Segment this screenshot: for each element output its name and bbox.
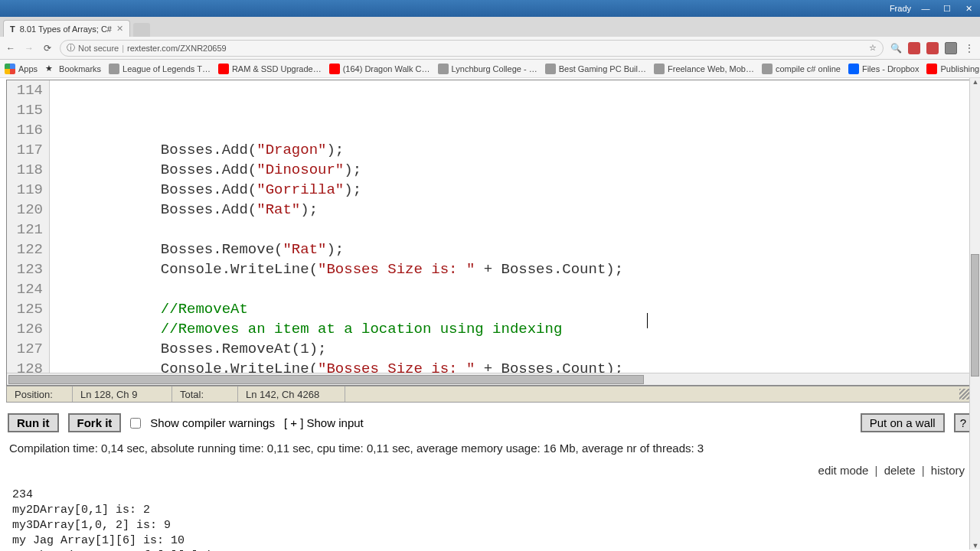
code-line[interactable]: Bosses.RemoveAt(1);: [56, 339, 973, 359]
output-line: my Jag Array[1][6] is: 10: [12, 533, 968, 549]
back-button[interactable]: ←: [5, 42, 17, 54]
code-area[interactable]: Bosses.Add("Dragon"); Bosses.Add("Dinoso…: [50, 80, 973, 373]
bookmark-label: League of Legends T…: [122, 64, 211, 73]
browser-tab[interactable]: T 8.01 Types of Arrays; C# ✕: [3, 20, 130, 37]
window-minimize-button[interactable]: —: [919, 4, 933, 13]
code-line[interactable]: //RemoveAt: [56, 299, 973, 319]
tab-title: 8.01 Types of Arrays; C#: [20, 24, 112, 34]
show-input-link[interactable]: [ + ] Show input: [284, 416, 364, 429]
fork-button[interactable]: Fork it: [68, 413, 122, 432]
bookmark-icon: ★: [45, 64, 56, 74]
bookmark-item[interactable]: Freelance Web, Mob…: [654, 64, 754, 74]
line-number: 126: [7, 319, 43, 339]
bookmark-label: Apps: [18, 64, 38, 73]
run-button[interactable]: Run it: [8, 413, 59, 432]
bookmark-icon: [438, 64, 449, 74]
url-text: rextester.com/ZXNR20659: [127, 44, 227, 53]
line-number-gutter: 1141151161171181191201211221231241251261…: [7, 80, 50, 373]
total-value: Ln 142, Ch 4268: [246, 389, 319, 400]
not-secure-icon: ⓘ: [67, 42, 75, 54]
extension-icon[interactable]: [908, 42, 920, 54]
code-line[interactable]: [56, 279, 973, 299]
compilation-stats: Compilation time: 0,14 sec, absolute run…: [0, 437, 980, 459]
bookmark-item[interactable]: RAM & SSD Upgrade…: [218, 64, 322, 74]
code-line[interactable]: //Removes an item at a location using in…: [56, 319, 973, 339]
output-line: my3DArray[1,0, 2] is: 9: [12, 518, 968, 533]
bookmark-icon: [109, 64, 119, 74]
extension-icons: 🔍 ⋮: [890, 42, 975, 54]
new-tab-button[interactable]: [133, 23, 150, 37]
address-bar[interactable]: ⓘ Not secure | rextester.com/ZXNR20659 ☆: [60, 40, 884, 57]
bookmark-icon: [654, 64, 665, 74]
position-value: Ln 128, Ch 9: [80, 389, 137, 400]
line-number: 127: [7, 339, 43, 359]
line-number: 128: [7, 359, 43, 373]
bookmark-item[interactable]: League of Legends T…: [109, 64, 211, 74]
line-number: 115: [7, 100, 43, 120]
compiler-warnings-checkbox[interactable]: [130, 418, 141, 429]
bookmark-icon: [848, 64, 859, 74]
bookmark-label: Bookmarks: [59, 64, 101, 73]
bookmark-label: Files - Dropbox: [862, 64, 920, 73]
bookmark-item[interactable]: Lynchburg College - …: [438, 64, 537, 74]
scrollbar-thumb[interactable]: [971, 254, 979, 377]
code-line[interactable]: Console.WriteLine("Bosses Size is: " + B…: [56, 259, 973, 279]
code-editor: 1141151161171181191201211221231241251261…: [6, 80, 974, 386]
line-number: 114: [7, 80, 43, 100]
resize-grip-icon[interactable]: [959, 389, 970, 399]
bookmark-label: Lynchburg College - …: [452, 64, 537, 73]
code-line[interactable]: [56, 220, 973, 240]
delete-link[interactable]: delete: [884, 464, 916, 477]
bookmarks-bar: Apps★BookmarksLeague of Legends T…RAM & …: [0, 60, 980, 78]
page-vertical-scrollbar[interactable]: ▲ ▼: [969, 78, 980, 549]
put-on-wall-button[interactable]: Put on a wall: [861, 413, 945, 432]
bookmark-item[interactable]: Files - Dropbox: [848, 64, 920, 74]
action-row: Run it Fork it Show compiler warnings [ …: [0, 403, 980, 437]
bookmark-item[interactable]: compile c# online: [762, 64, 841, 74]
bookmark-item[interactable]: Publishing to Google…: [926, 64, 980, 74]
bookmark-item[interactable]: ★Bookmarks: [45, 64, 101, 74]
bookmark-label: (164) Dragon Walk C…: [343, 64, 430, 73]
bookmark-icon: [926, 64, 937, 74]
bookmark-item[interactable]: (164) Dragon Walk C…: [329, 64, 430, 74]
line-number: 116: [7, 120, 43, 140]
scroll-down-arrow[interactable]: ▼: [972, 542, 979, 549]
chrome-menu-button[interactable]: ⋮: [963, 42, 975, 54]
code-line[interactable]: Bosses.Add("Dinosour");: [56, 160, 973, 180]
compiler-warnings-label: Show compiler warnings: [150, 416, 275, 429]
horizontal-scrollbar[interactable]: [7, 373, 973, 385]
line-number: 119: [7, 180, 43, 200]
page-links: edit mode | delete | history: [0, 459, 980, 484]
bookmark-label: compile c# online: [776, 64, 841, 73]
code-line[interactable]: Bosses.Remove("Rat");: [56, 240, 973, 259]
line-number: 123: [7, 259, 43, 279]
tab-close-icon[interactable]: ✕: [116, 24, 123, 34]
reload-button[interactable]: ⟳: [41, 42, 54, 54]
code-line[interactable]: Bosses.Add("Rat");: [56, 200, 973, 220]
bookmark-label: Freelance Web, Mob…: [668, 64, 754, 73]
line-number: 122: [7, 240, 43, 259]
bookmark-item[interactable]: Best Gaming PC Buil…: [545, 64, 646, 74]
bookmark-item[interactable]: Apps: [5, 64, 38, 74]
code-line[interactable]: Bosses.Add("Dragon");: [56, 140, 973, 160]
bookmark-label: Publishing to Google…: [940, 64, 980, 73]
extension-icon[interactable]: [926, 42, 939, 54]
window-maximize-button[interactable]: ☐: [940, 4, 954, 14]
window-close-button[interactable]: ✕: [962, 4, 975, 14]
bookmark-star-icon[interactable]: ☆: [869, 43, 877, 53]
scroll-up-arrow[interactable]: ▲: [972, 78, 979, 86]
bookmark-icon: [329, 64, 340, 74]
bookmark-label: RAM & SSD Upgrade…: [232, 64, 322, 73]
forward-button[interactable]: →: [23, 42, 35, 54]
scrollbar-thumb[interactable]: [8, 375, 644, 384]
output-line: 234: [12, 487, 968, 503]
code-line[interactable]: Console.WriteLine("Bosses Size is: " + B…: [56, 359, 973, 373]
extension-icon[interactable]: [945, 42, 957, 54]
line-number: 118: [7, 160, 43, 180]
zoom-icon[interactable]: 🔍: [890, 42, 902, 54]
line-number: 117: [7, 140, 43, 160]
edit-mode-link[interactable]: edit mode: [818, 464, 869, 477]
history-link[interactable]: history: [931, 464, 965, 477]
code-line[interactable]: Bosses.Add("Gorrilla");: [56, 180, 973, 200]
editor-status-bar: Position: Ln 128, Ch 9 Total: Ln 142, Ch…: [6, 386, 974, 403]
